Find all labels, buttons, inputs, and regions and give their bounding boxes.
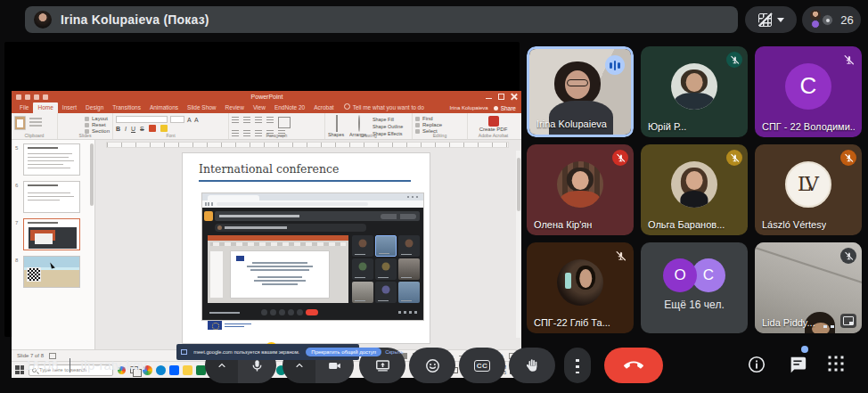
info-icon: [747, 355, 766, 374]
find-button[interactable]: Find: [415, 116, 464, 121]
change-layout-button[interactable]: [745, 6, 797, 33]
tab-animations[interactable]: Animations: [145, 102, 183, 113]
ribbon-group-acrobat: Create PDF Adobe Acrobat: [468, 113, 519, 139]
strikethrough-button[interactable]: S: [140, 126, 144, 132]
shapes-icon[interactable]: [336, 115, 338, 132]
tile-more-participants[interactable]: O C Ещё 16 чел.: [641, 242, 748, 333]
presenter-banner: Irina Kolupaieva (Показ): [25, 6, 738, 33]
tab-slideshow[interactable]: Slide Show: [183, 102, 221, 113]
hide-notice-link[interactable]: Скрыть: [385, 349, 403, 355]
underline-button[interactable]: U: [131, 126, 135, 132]
embedded-meet-page: [202, 208, 423, 320]
bold-button[interactable]: B: [116, 126, 120, 132]
mouse-cursor: [50, 262, 55, 269]
tab-file[interactable]: File: [15, 102, 33, 113]
tab-home[interactable]: Home: [33, 102, 57, 113]
share-notice-message: meet.google.com пользуется вашим экраном…: [193, 349, 299, 355]
meeting-details-button[interactable]: [747, 355, 766, 374]
paste-icon[interactable]: [14, 116, 26, 130]
expand-tile-icon[interactable]: [840, 314, 856, 328]
canvas-scrollbar[interactable]: [516, 151, 520, 338]
tab-insert[interactable]: Insert: [58, 102, 81, 113]
screen-icon: [181, 349, 187, 355]
overflow-avatars: O C: [663, 258, 725, 292]
smiley-icon: [424, 357, 441, 374]
mic-off-icon: [726, 52, 742, 68]
mic-off-icon: [840, 150, 856, 166]
activities-button[interactable]: [827, 355, 845, 373]
tile-irina-kolupaieva[interactable]: Irina Kolupaieva: [527, 46, 634, 137]
tab-view[interactable]: View: [249, 102, 270, 113]
thumbnail-slide-8[interactable]: 8: [15, 256, 80, 288]
tile-olga-baranova[interactable]: Ольга Баранов...: [641, 144, 748, 235]
chat-button[interactable]: [788, 355, 807, 374]
slide-editor[interactable]: International conference: [183, 153, 430, 343]
tab-acrobat[interactable]: Acrobat: [309, 102, 338, 113]
reactions-button[interactable]: [409, 348, 455, 383]
qr-code: [27, 267, 41, 282]
meeting-clock: 18:08: [25, 357, 59, 373]
font-size-box[interactable]: [170, 116, 184, 123]
tab-endnote[interactable]: EndNote 20: [270, 102, 309, 113]
tile-yurii[interactable]: Юрій Р...: [641, 46, 748, 137]
raise-hand-button[interactable]: [509, 348, 555, 383]
start-button[interactable]: [15, 365, 24, 374]
italic-button[interactable]: I: [125, 126, 127, 132]
participants-count: 26: [840, 13, 853, 27]
bullets-icon[interactable]: [232, 117, 239, 123]
dropbox-icon[interactable]: [169, 365, 179, 375]
meeting-info: 18:08 ifp-ratv-kqv: [25, 357, 147, 373]
folder-icon[interactable]: [183, 365, 192, 375]
horizontal-ruler: [106, 142, 509, 148]
embedded-browser-addressbar: [202, 201, 423, 208]
font-color-icon[interactable]: [149, 125, 156, 132]
tell-me-box[interactable]: Tell me what you want to do: [339, 102, 430, 113]
highlight-color-icon[interactable]: [160, 125, 168, 132]
tab-review[interactable]: Review: [221, 102, 249, 113]
tab-transitions[interactable]: Transitions: [108, 102, 145, 113]
tab-design[interactable]: Design: [81, 102, 108, 113]
thumbnail-slide-7[interactable]: 7: [15, 218, 80, 250]
numbering-icon[interactable]: [243, 117, 250, 123]
text-direction-icon[interactable]: [278, 117, 291, 128]
participants-button[interactable]: 26: [802, 6, 861, 33]
captions-button[interactable]: CC: [459, 348, 505, 383]
embedded-browser-tabs: [202, 193, 423, 201]
slide-title: International conference: [199, 162, 339, 176]
replace-button[interactable]: Replace: [415, 122, 464, 127]
eu-flag-icon: [208, 321, 222, 330]
thumbnail-scrollbar[interactable]: [90, 143, 94, 206]
more-options-button[interactable]: [564, 348, 591, 383]
presenter-avatar: [34, 11, 52, 29]
minimize-icon: [486, 94, 492, 100]
create-pdf-icon[interactable]: [488, 116, 499, 127]
spacing-icon[interactable]: [266, 117, 274, 123]
tile-laszlo-vertesy[interactable]: LV László Vértesy: [755, 144, 862, 235]
thumbnail-slide-6[interactable]: 6: [15, 181, 80, 213]
mic-off-icon: [726, 150, 742, 166]
divider: [70, 358, 70, 373]
arrange-icon[interactable]: [358, 115, 360, 132]
account-name: Irina Kolupaieva: [450, 105, 488, 111]
tile-olena-kirian[interactable]: Олена Кір'ян: [527, 144, 634, 235]
avatar-photo: [671, 161, 717, 208]
ribbon-group-font: A A B I U S Font: [113, 113, 229, 139]
shape-outline-button[interactable]: Shape Outline: [373, 124, 403, 129]
tile-lida-piddy[interactable]: Lida Piddy...: [755, 242, 862, 333]
tile-spg22-volodymyr[interactable]: C СПГ - 22 Володими...: [755, 46, 862, 137]
chat-notification-dot: [801, 346, 808, 353]
shared-screen[interactable]: PowerPoint File Home Insert Design Trans…: [4, 42, 520, 337]
shape-fill-button[interactable]: Shape Fill: [373, 117, 403, 122]
thumbnail-slide-5[interactable]: 5: [15, 143, 80, 176]
embedded-tile-grid: [352, 235, 420, 303]
end-call-button[interactable]: [604, 348, 663, 383]
share-button[interactable]: Share: [494, 105, 516, 111]
tile-spg22-glib[interactable]: СПГ-22 Гліб Та...: [527, 242, 634, 333]
edge-icon[interactable]: [156, 365, 166, 375]
avatar-photo: [671, 63, 717, 110]
ribbon-group-clipboard: Clipboard: [12, 113, 58, 139]
quick-access-toolbar: [16, 94, 48, 100]
indent-icon[interactable]: [255, 117, 262, 123]
font-name-box[interactable]: [116, 116, 168, 123]
stop-sharing-button[interactable]: Прекратить общий доступ: [306, 348, 381, 356]
